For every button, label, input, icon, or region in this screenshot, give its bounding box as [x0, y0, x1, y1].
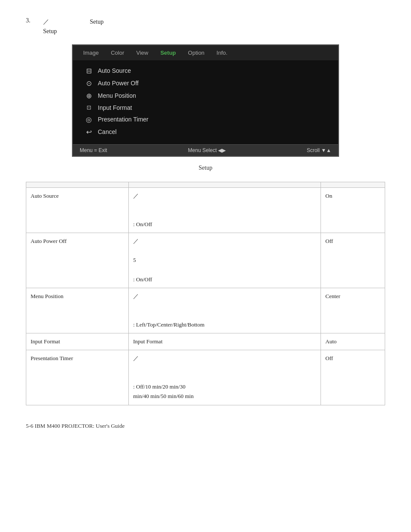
- default-presentation-timer: Off: [321, 350, 385, 405]
- osd-tab-option: Option: [182, 48, 210, 58]
- default-auto-source: On: [321, 187, 385, 233]
- input-format-label: Input Format: [98, 104, 132, 111]
- menu-position-label: Menu Position: [98, 92, 136, 99]
- feature-auto-source: Auto Source: [26, 187, 129, 233]
- default-menu-position: Center: [321, 288, 385, 333]
- osd-tab-color: Color: [105, 48, 130, 58]
- col-header-feature: [26, 182, 129, 187]
- section-intro: ／ Setup Setup: [43, 17, 103, 37]
- osd-item-input-format: ⊡ Input Format: [81, 102, 330, 113]
- default-auto-power-off: Off: [321, 233, 385, 288]
- osd-tab-bar: Image Color View Setup Option Info.: [73, 45, 338, 60]
- table-row-auto-power-off: Auto Power Off ／5: On/Off Off: [26, 233, 385, 288]
- desc-auto-power-off: ／5: On/Off: [129, 233, 321, 288]
- feature-menu-position: Menu Position: [26, 288, 129, 333]
- desc-menu-position: ／: Left/Top/Center/Right/Bottom: [129, 288, 321, 333]
- section-number: 3.: [26, 17, 43, 24]
- feature-input-format: Input Format: [26, 333, 129, 350]
- osd-tab-view: View: [130, 48, 154, 58]
- settings-table: Auto Source ／: On/Off On Auto Power Off …: [26, 182, 385, 405]
- presentation-timer-icon: ◎: [84, 115, 93, 124]
- osd-body: ⊟ Auto Source ⊙ Auto Power Off ⊕ Menu Po…: [73, 60, 338, 144]
- osd-menu: Image Color View Setup Option Info. ⊟ Au…: [72, 44, 339, 157]
- footer-menu-select: Menu Select ◀▶: [188, 147, 226, 153]
- table-row-auto-source: Auto Source ／: On/Off On: [26, 187, 385, 233]
- osd-tab-setup: Setup: [154, 48, 182, 58]
- page-footer: 5-6 IBM M400 PROJECTOR: User's Guide: [26, 423, 385, 429]
- desc-auto-source: ／: On/Off: [129, 187, 321, 233]
- table-row-input-format: Input Format Input Format Auto: [26, 333, 385, 350]
- default-input-format: Auto: [321, 333, 385, 350]
- feature-auto-power-off: Auto Power Off: [26, 233, 129, 288]
- table-row-presentation-timer: Presentation Timer ／: Off/10 min/20 min/…: [26, 350, 385, 405]
- footer-menu-exit: Menu = Exit: [80, 147, 107, 153]
- osd-item-auto-source: ⊟ Auto Source: [81, 65, 330, 77]
- osd-item-menu-position: ⊕ Menu Position: [81, 90, 330, 102]
- auto-source-label: Auto Source: [98, 67, 131, 74]
- col-header-default: [321, 182, 385, 187]
- table-row-menu-position: Menu Position ／: Left/Top/Center/Right/B…: [26, 288, 385, 333]
- cancel-label: Cancel: [98, 128, 117, 135]
- footer-scroll: Scroll ▼▲: [307, 147, 331, 153]
- cancel-icon: ↩: [84, 128, 93, 136]
- auto-power-off-icon: ⊙: [84, 79, 93, 87]
- footer-text: 5-6 IBM M400 PROJECTOR: User's Guide: [26, 423, 125, 429]
- intro-slash: ／: [43, 19, 49, 25]
- osd-tab-image: Image: [77, 48, 105, 58]
- desc-presentation-timer: ／: Off/10 min/20 min/30min/40 min/50 min…: [129, 350, 321, 405]
- osd-tab-info: Info.: [211, 48, 234, 58]
- osd-item-auto-power-off: ⊙ Auto Power Off: [81, 77, 330, 90]
- auto-source-icon: ⊟: [84, 67, 93, 75]
- desc-input-format: Input Format: [129, 333, 321, 350]
- intro-setup-label: Setup: [90, 19, 104, 25]
- setup-word: Setup: [43, 28, 57, 34]
- col-header-desc: [129, 182, 321, 187]
- setup-caption: Setup: [26, 165, 385, 171]
- input-format-icon: ⊡: [84, 104, 93, 111]
- auto-power-off-label: Auto Power Off: [98, 80, 139, 87]
- osd-item-cancel: ↩ Cancel: [81, 126, 330, 138]
- menu-position-icon: ⊕: [84, 92, 93, 100]
- presentation-timer-label: Presentation Timer: [98, 116, 149, 123]
- feature-presentation-timer: Presentation Timer: [26, 350, 129, 405]
- osd-footer: Menu = Exit Menu Select ◀▶ Scroll ▼▲: [73, 144, 338, 156]
- section-header: 3. ／ Setup Setup: [26, 17, 385, 37]
- osd-item-presentation-timer: ◎ Presentation Timer: [81, 113, 330, 126]
